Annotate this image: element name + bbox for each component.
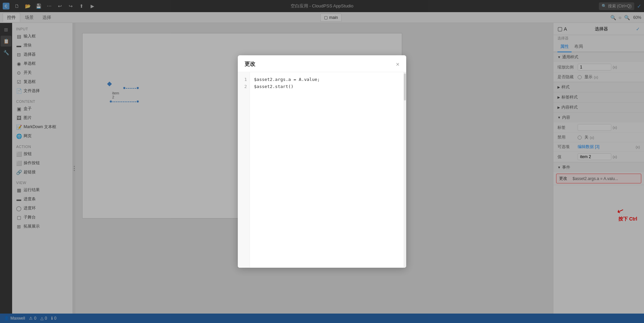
line-number-2: 2 <box>240 83 247 90</box>
code-content[interactable]: $asset2.args.a = A.value; $asset2.start(… <box>250 72 404 268</box>
scrollbar-thumb <box>404 74 406 100</box>
line-numbers: 1 2 <box>238 72 250 268</box>
modal-title: 更改 <box>245 61 255 68</box>
modal-body: 1 2 $asset2.args.a = A.value; $asset2.st… <box>238 72 406 268</box>
code-line-1: $asset2.args.a = A.value; <box>254 76 399 83</box>
line-number-1: 1 <box>240 76 247 83</box>
modal-dialog: 更改 × 1 2 $asset2.args.a = A.value; $asse… <box>238 55 406 268</box>
code-editor[interactable]: 1 2 $asset2.args.a = A.value; $asset2.st… <box>238 72 406 268</box>
modal-overlay[interactable]: 更改 × 1 2 $asset2.args.a = A.value; $asse… <box>0 0 644 323</box>
modal-header: 更改 × <box>238 55 406 72</box>
modal-close-btn[interactable]: × <box>396 61 399 67</box>
code-scrollbar[interactable] <box>404 72 406 268</box>
code-line-2: $asset2.start() <box>254 83 399 90</box>
